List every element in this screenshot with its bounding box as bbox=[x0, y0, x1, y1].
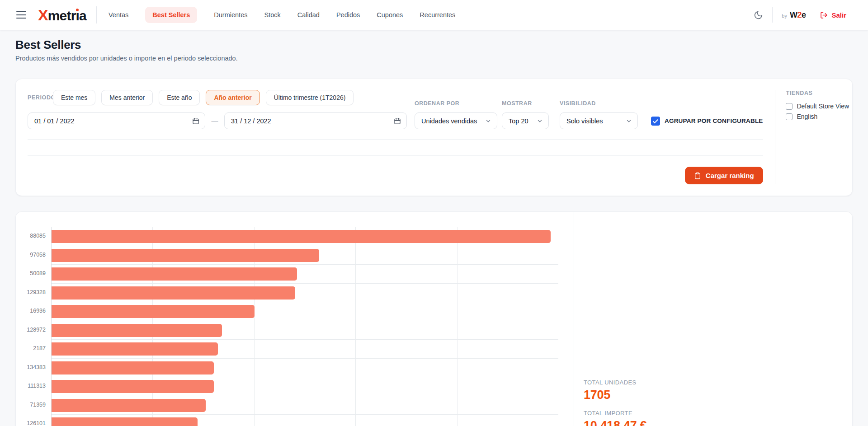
nav-item-stock[interactable]: Stock bbox=[264, 11, 280, 19]
y-axis-label: 129328 bbox=[24, 283, 51, 302]
visibilidad-column: VISIBILIDAD Solo visibles bbox=[560, 112, 638, 129]
chart-row bbox=[52, 284, 558, 303]
nav-item-best-sellers[interactable]: Best Sellers bbox=[145, 7, 197, 23]
brand-logo[interactable]: X metrıa bbox=[38, 6, 86, 24]
date-to-input[interactable]: 31 / 12 / 2022 bbox=[224, 112, 407, 129]
visibilidad-select[interactable]: Solo visibles bbox=[560, 112, 638, 129]
nav-item-cupones[interactable]: Cupones bbox=[377, 11, 403, 19]
y-axis-label: 88085 bbox=[24, 227, 51, 246]
w2e-w: W bbox=[790, 10, 797, 19]
brand-dotted-i: ı bbox=[76, 8, 80, 23]
page-header: Best Sellers Productos más vendidos por … bbox=[15, 37, 853, 63]
chart-row bbox=[52, 265, 558, 284]
checkbox-unchecked-icon[interactable] bbox=[786, 103, 793, 110]
checkbox-unchecked-icon[interactable] bbox=[786, 113, 793, 120]
agrupar-label: AGRUPAR POR CONFIGURABLE bbox=[665, 117, 763, 124]
y-axis-label: 134383 bbox=[24, 358, 51, 377]
divider bbox=[28, 155, 763, 156]
chart-y-labels: 8808597058500891293281693612897221871343… bbox=[24, 227, 51, 426]
date-from-input[interactable]: 01 / 01 / 2022 bbox=[28, 112, 205, 129]
period-row: PERIODO Este mesMes anteriorEste añoAño … bbox=[28, 90, 763, 105]
bar[interactable] bbox=[52, 286, 295, 300]
visibilidad-value: Solo visibles bbox=[566, 117, 603, 125]
chart-row bbox=[52, 246, 558, 265]
y-axis-label: 126101 bbox=[24, 414, 51, 426]
ordenar-label: ORDENAR POR bbox=[415, 100, 459, 107]
w2e-2: 2 bbox=[797, 10, 802, 19]
y-axis-label: 111313 bbox=[24, 377, 51, 396]
chart-card: 8808597058500891293281693612897221871343… bbox=[15, 211, 853, 426]
bar[interactable] bbox=[52, 380, 214, 393]
w2e-e: e bbox=[802, 10, 806, 19]
brand-name-part: a bbox=[79, 8, 86, 23]
navbar-divider bbox=[772, 7, 773, 23]
checkbox-checked-icon[interactable] bbox=[651, 117, 660, 126]
logout-button[interactable]: Salir bbox=[820, 11, 846, 19]
ordenar-select[interactable]: Unidades vendidas bbox=[415, 112, 497, 129]
controls-row: 01 / 01 / 2022 — 31 / 12 / 2022 ORDENAR … bbox=[28, 112, 763, 129]
menu-button[interactable] bbox=[16, 11, 26, 19]
tiendas-label: TIENDAS bbox=[786, 90, 852, 96]
nav-item-durmientes[interactable]: Durmientes bbox=[214, 11, 247, 19]
nav-item-recurrentes[interactable]: Recurrentes bbox=[420, 11, 455, 19]
bar[interactable] bbox=[52, 305, 255, 318]
chart-rows bbox=[51, 227, 558, 426]
store-option-default-store-view[interactable]: Default Store View bbox=[786, 103, 852, 110]
dark-mode-toggle[interactable] bbox=[754, 10, 763, 20]
bar[interactable] bbox=[52, 324, 222, 337]
byline-logo: by W2e bbox=[782, 10, 806, 20]
chart-row bbox=[52, 340, 558, 359]
chart-row bbox=[52, 396, 558, 415]
mostrar-column: MOSTRAR Top 20 bbox=[502, 112, 549, 129]
period-button-mes-anterior[interactable]: Mes anterior bbox=[101, 90, 153, 105]
filters-main: PERIODO Este mesMes anteriorEste añoAño … bbox=[28, 90, 775, 184]
bar[interactable] bbox=[52, 342, 218, 356]
logout-label: Salir bbox=[831, 11, 846, 19]
ordenar-column: ORDENAR POR Unidades vendidas bbox=[415, 112, 497, 129]
date-range-separator: — bbox=[211, 117, 219, 125]
cargar-ranking-button[interactable]: Cargar ranking bbox=[685, 167, 763, 184]
page-title: Best Sellers bbox=[15, 37, 853, 52]
y-axis-label: 128972 bbox=[24, 321, 51, 340]
brand-name: metrıa bbox=[48, 8, 86, 23]
mostrar-label: MOSTRAR bbox=[502, 100, 532, 107]
store-option-english[interactable]: English bbox=[786, 113, 852, 120]
y-axis-label: 16936 bbox=[24, 302, 51, 321]
bar[interactable] bbox=[52, 361, 214, 375]
nav-item-ventas[interactable]: Ventas bbox=[108, 11, 128, 19]
period-button-ano-anterior[interactable]: Año anterior bbox=[206, 90, 259, 105]
nav-menu: VentasBest SellersDurmientesStockCalidad… bbox=[108, 7, 455, 23]
mostrar-select[interactable]: Top 20 bbox=[502, 112, 549, 129]
store-option-label: English bbox=[797, 113, 817, 120]
bar[interactable] bbox=[52, 230, 551, 243]
chevron-down-icon bbox=[626, 118, 632, 124]
y-axis-label: 2187 bbox=[24, 339, 51, 358]
y-axis-label: 97058 bbox=[24, 246, 51, 265]
nav-item-pedidos[interactable]: Pedidos bbox=[336, 11, 360, 19]
total-unidades-label: TOTAL UNIDADES bbox=[584, 379, 852, 386]
chart-row bbox=[52, 321, 558, 340]
bar[interactable] bbox=[52, 417, 198, 426]
bar[interactable] bbox=[52, 249, 319, 262]
cargar-ranking-label: Cargar ranking bbox=[706, 172, 754, 179]
navbar-right: by W2e Salir bbox=[754, 7, 846, 23]
calendar-icon bbox=[192, 117, 199, 125]
top-navbar: X metrıa VentasBest SellersDurmientesSto… bbox=[0, 0, 868, 30]
bar[interactable] bbox=[52, 267, 297, 281]
agrupar-checkbox[interactable]: AGRUPAR POR CONFIGURABLE bbox=[651, 117, 763, 126]
mostrar-value: Top 20 bbox=[509, 117, 528, 125]
nav-item-calidad[interactable]: Calidad bbox=[297, 11, 320, 19]
totals-panel: TOTAL UNIDADES 1705 TOTAL IMPORTE 10.418… bbox=[574, 212, 852, 426]
chart-row bbox=[52, 302, 558, 321]
logout-icon bbox=[820, 11, 828, 19]
period-buttons: Este mesMes anteriorEste añoAño anterior… bbox=[53, 90, 354, 105]
total-unidades-value: 1705 bbox=[584, 388, 852, 402]
brand-x: X bbox=[38, 6, 48, 24]
period-button-este-mes[interactable]: Este mes bbox=[53, 90, 95, 105]
bar[interactable] bbox=[52, 399, 206, 412]
tiendas-panel: TIENDAS Default Store ViewEnglish bbox=[775, 90, 852, 184]
ordenar-value: Unidades vendidas bbox=[421, 117, 477, 125]
period-button-ultimo-trimestre-1t2026[interactable]: Último trimestre (1T2026) bbox=[266, 90, 354, 105]
clipboard-icon bbox=[694, 172, 701, 179]
period-button-este-ano[interactable]: Este año bbox=[159, 90, 200, 105]
